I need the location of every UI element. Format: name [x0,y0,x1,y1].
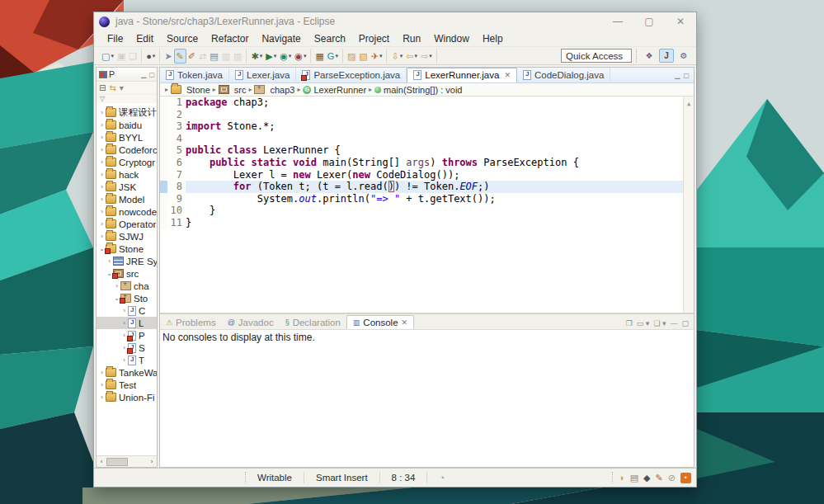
menu-edit[interactable]: Edit [129,32,160,45]
package-explorer-tab[interactable]: P ▁ ▢ [97,68,157,82]
maximize-panel-icon[interactable]: ▢ [681,319,689,327]
tree-item-Stone[interactable]: ⌄Stone [97,243,157,255]
dropdown-arrow-icon[interactable]: ▾ [379,53,383,59]
expand-arrow-icon[interactable]: › [98,109,106,116]
tree-item-P[interactable]: ›P [97,329,157,341]
new-wizard-button[interactable]: ▢▾ [100,49,115,64]
menu-project[interactable]: Project [352,32,396,45]
tree-item-JRE Sy[interactable]: ›JRE Sy [97,255,157,267]
editor-tab-CodeDialog.java[interactable]: CodeDialog.java [517,68,610,82]
view-minimize-icon[interactable]: ▁ [141,71,146,78]
menu-file[interactable]: File [101,32,129,45]
menu-run[interactable]: Run [396,32,427,45]
close-tab-icon[interactable]: ✕ [402,318,408,327]
dropdown-arrow-icon[interactable]: ▾ [153,53,156,59]
view-menu-chevron[interactable]: ▽ [97,95,157,103]
tree-item-cha[interactable]: ›cha [97,280,157,292]
other-perspective-button[interactable]: ⚙ [676,49,691,63]
dropdown-arrow-icon[interactable]: ▾ [304,53,307,59]
expand-arrow-icon[interactable]: › [98,158,106,166]
expand-arrow-icon[interactable]: › [106,257,113,265]
circle-icon[interactable]: ⊘ [668,473,676,483]
expand-arrow-icon[interactable]: › [120,319,128,327]
menu-search[interactable]: Search [308,32,352,45]
dropdown-arrow-icon[interactable]: ▾ [289,53,292,59]
expand-arrow-icon[interactable]: › [98,393,106,401]
editor-tab-Token.java[interactable]: Token.java [160,68,229,82]
profile-button[interactable]: ◉▾ [293,49,308,64]
status-aux-icon[interactable]: ◔ [439,473,445,483]
insert-mode-indicator[interactable]: Smart Insert [304,472,380,483]
tutorial-cap-icon[interactable]: ◆ [643,473,650,483]
link-with-editor-icon[interactable]: ⇆ [109,83,115,92]
last-edit-location-button[interactable]: ⇩▾ [389,49,404,64]
expand-arrow-icon[interactable]: › [98,171,106,178]
menu-window[interactable]: Window [427,32,476,45]
expand-arrow-icon[interactable]: › [113,282,120,290]
tree-item-Model[interactable]: ›Model [97,193,157,205]
maximize-button[interactable]: ▢ [633,12,665,31]
tree-item-nowcode[interactable]: ›nowcode [97,205,157,218]
dropdown-arrow-icon[interactable]: ▾ [111,53,114,59]
expand-arrow-icon[interactable]: › [120,307,128,314]
debug-button[interactable]: ✱▾ [249,49,264,64]
tree-item-T[interactable]: ›T [97,354,157,366]
tree-item-Union-Fi[interactable]: ›Union-Fi [97,391,157,403]
open-folder-1-button[interactable]: ▨ [346,49,357,64]
view-maximize-icon[interactable]: ▢ [148,71,155,78]
tree-item-BYYL[interactable]: ›BYYL [97,131,157,144]
quick-access-box[interactable]: Quick Access [561,49,632,63]
gradle-refresh-button[interactable]: G▾ [326,49,340,64]
tree-item-Cryptogr[interactable]: ›Cryptogr [97,156,157,168]
tree-horizontal-scrollbar[interactable]: ‹ › [97,455,157,467]
tree-item-Sto[interactable]: ⌄Sto [97,292,157,304]
tree-item-TankeWa[interactable]: ›TankeWa [97,366,157,379]
launch-profile-button[interactable]: ●▾ [144,49,157,64]
new-console-icon[interactable]: ❏ ▾ [653,319,666,327]
tree-item-课程设计[interactable]: ›课程设计 [97,106,157,119]
tree-item-src[interactable]: ⌄src [97,267,157,280]
breadcrumb-main[interactable]: main(String[]) : void [374,85,462,95]
console-tab-problems[interactable]: ⚠Problems [160,315,222,329]
close-tab-icon[interactable]: ✕ [504,71,511,79]
dropdown-arrow-icon[interactable]: ▾ [335,53,338,59]
menu-source[interactable]: Source [160,32,205,45]
java-perspective-button[interactable]: J [659,49,674,63]
editor-tab-ParseException.java[interactable]: ParseException.java [296,68,407,82]
dropdown-arrow-icon[interactable]: ▾ [400,53,403,59]
notification-badge-icon[interactable]: ▪ [680,473,691,483]
back-button[interactable]: ⇦▾ [404,49,419,64]
editor-tab-LexerRunner.java[interactable]: LexerRunner.java✕ [407,68,517,82]
view-menu-icon[interactable]: ▾ [120,83,124,92]
open-console-icon[interactable]: ❐ [626,319,633,327]
close-button[interactable]: ✕ [665,12,696,31]
maximize-editor-icon[interactable]: ▢ [683,72,690,79]
task-note-button[interactable]: ▤ [208,49,219,64]
expand-arrow-icon[interactable]: › [98,195,106,203]
progress-icon[interactable]: ◗ [619,473,625,483]
open-perspective-button[interactable]: ❖ [642,49,657,63]
pen-icon[interactable]: ✎ [656,473,663,483]
expand-arrow-icon[interactable]: › [98,381,106,389]
title-bar[interactable]: java - Stone/src/chap3/LexerRunner.java … [94,12,696,31]
tree-item-Codeforc[interactable]: ›Codeforc [97,144,157,156]
coverage-button[interactable]: ◉▾ [278,49,293,64]
dropdown-arrow-icon[interactable]: ▾ [429,53,432,59]
expand-arrow-icon[interactable]: › [98,183,106,191]
collapse-all-icon[interactable]: ⊟ [99,83,106,92]
dropdown-arrow-icon[interactable]: ▾ [274,53,277,59]
new-java-project-button[interactable]: ▦ [313,49,325,64]
breadcrumb-src[interactable]: src [219,85,247,95]
menu-refactor[interactable]: Refactor [205,32,255,45]
breadcrumb-Stone[interactable]: Stone [171,85,210,95]
run-button[interactable]: ▶▾ [264,49,278,64]
expand-arrow-icon[interactable]: › [98,134,106,141]
editor-tab-Lexer.java[interactable]: Lexer.java [229,68,296,82]
editor-scrollbar[interactable]: ▲ [683,97,694,313]
breadcrumb-LexerRunner[interactable]: GLexerRunner [303,85,366,95]
tree-item-S[interactable]: ›S [97,341,157,354]
scroll-thumb[interactable] [106,458,128,466]
select-pointer-button[interactable]: ➤ [162,49,173,64]
scroll-up-arrow[interactable]: ▲ [684,97,694,111]
format-brush-button[interactable]: ✐ [186,49,197,64]
